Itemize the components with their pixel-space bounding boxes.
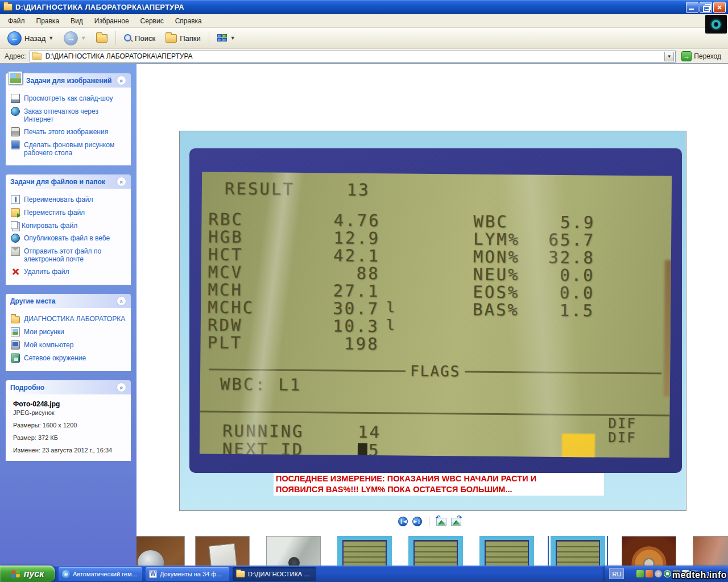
tray-disabled-icon[interactable]	[655, 570, 662, 577]
task-copy-file[interactable]: Копировать файл	[11, 219, 127, 232]
lcd-row-rdw: RDW10.3l	[208, 315, 402, 335]
annotation-box: ПОСЛЕДНЕЕ ИЗМЕРЕНИЕ: ПОКАЗАНИЯ WBC НАЧАЛ…	[274, 473, 604, 496]
up-button[interactable]: ↑	[92, 32, 111, 44]
forward-dropdown-icon: ▼	[81, 35, 86, 41]
collapse-chevron-icon[interactable]: «	[117, 76, 126, 85]
task-set-as-background[interactable]: Сделать фоновым рисунком рабочего стола	[11, 139, 127, 159]
address-value: D:\ДИАГНОСТИКА ЛАБОРАТОРКА\АПЕРТУРА	[46, 52, 193, 60]
toolbar-separator	[115, 31, 116, 45]
views-button[interactable]: ▼	[213, 32, 239, 44]
collapse-chevron-icon[interactable]: «	[117, 177, 126, 186]
taskbar-button-word[interactable]: W Документы на 34 ф...	[146, 567, 229, 581]
place-network[interactable]: Сетевое окружение	[11, 352, 127, 365]
menu-tools[interactable]: Сервис	[135, 15, 169, 27]
task-label: Переместить файл	[24, 209, 85, 217]
panel-picture-tasks-header[interactable]: Задачи для изображений «	[6, 73, 131, 88]
my-computer-icon	[11, 340, 20, 350]
back-dropdown-icon[interactable]: ▼	[48, 35, 53, 41]
previous-image-button[interactable]: ❙◀	[398, 517, 408, 526]
annotation-line-1: ПОСЛЕДНЕЕ ИЗМЕРЕНИЕ: ПОКАЗАНИЯ WBC НАЧАЛ…	[276, 473, 602, 484]
menu-favorites[interactable]: Избранное	[89, 15, 135, 27]
views-dropdown-icon[interactable]: ▼	[230, 35, 235, 41]
views-icon	[217, 34, 228, 43]
task-label: Автоматический гем...	[73, 571, 137, 577]
taskbar-button-browser[interactable]: e Автоматический гем...	[59, 567, 142, 581]
tray-antivirus-icon[interactable]	[664, 570, 671, 577]
language-indicator[interactable]: RU	[609, 568, 624, 579]
task-label: Печать этого изображения	[24, 128, 108, 136]
menu-view[interactable]: Вид	[65, 15, 89, 27]
collapse-chevron-icon[interactable]: «	[117, 383, 126, 392]
details-filetype: JPEG-рисунок	[13, 409, 125, 416]
search-button[interactable]: Поиск	[120, 32, 159, 44]
task-label: D:\ДИАГНОСТИКА Л...	[248, 571, 313, 577]
printer-icon	[11, 127, 20, 136]
search-icon	[124, 34, 132, 42]
slideshow-icon	[11, 94, 20, 103]
lcd-next-id-value: 5	[369, 440, 380, 458]
place-label: Сетевое окружение	[24, 354, 86, 362]
minimize-button[interactable]	[686, 2, 698, 13]
menu-edit[interactable]: Правка	[31, 15, 65, 27]
task-label: Просмотреть как слайд-шоу	[24, 94, 113, 102]
task-order-prints[interactable]: Заказ отпечатков через Интернет	[11, 105, 127, 126]
place-my-computer[interactable]: Мой компьютер	[11, 339, 127, 352]
panel-file-tasks-header[interactable]: Задачи для файлов и папок «	[6, 174, 131, 189]
task-publish-file[interactable]: Опубликовать файл в вебе	[11, 232, 127, 245]
task-view-slideshow[interactable]: Просмотреть как слайд-шоу	[11, 92, 127, 105]
task-label: Опубликовать файл в вебе	[24, 234, 110, 242]
lcd-row-mcv: MCV88	[208, 263, 403, 282]
close-button[interactable]: ×	[713, 2, 726, 13]
address-dropdown-button[interactable]: ▼	[664, 52, 674, 61]
task-label: Копировать файл	[22, 222, 77, 230]
lcd-row-plt: PLT198	[207, 332, 402, 352]
brand-ring-icon	[712, 20, 721, 29]
task-delete-file[interactable]: Удалить файл	[11, 265, 127, 278]
panel-picture-tasks: Задачи для изображений « Просмотреть как…	[6, 73, 131, 165]
task-label: Заказ отпечатков через Интернет	[24, 107, 127, 123]
panel-other-places-header[interactable]: Другие места «	[6, 294, 131, 308]
task-print-picture[interactable]: Печать этого изображения	[11, 126, 127, 139]
rotate-clockwise-button[interactable]: ↷	[451, 518, 461, 526]
tray-volume-icon[interactable]	[646, 570, 653, 577]
windows-flag-icon	[11, 569, 20, 578]
start-button[interactable]: пуск	[0, 566, 55, 582]
start-label: пуск	[24, 569, 44, 579]
task-rename-file[interactable]: Переименовать файл	[11, 193, 127, 206]
search-label: Поиск	[135, 34, 155, 43]
controls-separator	[429, 517, 429, 526]
address-input[interactable]: D:\ДИАГНОСТИКА ЛАБОРАТОРКА\АПЕРТУРА ▼	[30, 51, 676, 63]
next-image-button[interactable]: ▶❙	[412, 517, 422, 526]
go-button[interactable]: → Переход	[679, 51, 726, 61]
place-my-pictures[interactable]: Мои рисунки	[11, 326, 127, 339]
delete-x-icon	[11, 267, 20, 276]
taskbar-button-explorer-active[interactable]: D:\ДИАГНОСТИКА Л...	[233, 567, 316, 581]
main-area: Задачи для изображений « Просмотреть как…	[0, 64, 728, 566]
collapse-chevron-icon[interactable]: «	[117, 296, 126, 306]
lcd-cursor-block	[358, 443, 367, 457]
lcd-flags-label: FLAGS	[410, 363, 461, 380]
task-email-file[interactable]: Отправить этот файл по электронной почте	[11, 245, 127, 265]
place-parent-folder[interactable]: ДИАГНОСТИКА ЛАБОРАТОРКА	[11, 313, 127, 326]
lcd-left-column: RBC4.76 HGB12.9 HCT42.1 MCV88 MCH27.1 MC…	[207, 210, 403, 352]
folder-icon	[236, 571, 245, 577]
panel-details-header[interactable]: Подробно «	[6, 380, 131, 394]
address-label: Адрес:	[2, 52, 26, 60]
back-button[interactable]: ← Назад ▼	[3, 30, 57, 47]
forward-button[interactable]: → ▼	[60, 30, 90, 47]
panel-other-places: Другие места « ДИАГНОСТИКА ЛАБОРАТОРКА М…	[6, 294, 131, 371]
menu-help[interactable]: Справка	[169, 15, 208, 27]
filmstrip-controls: ❙◀ ▶❙ ↶ ↷	[398, 517, 461, 526]
lcd-row-mch: MCH27.1	[208, 280, 402, 300]
menu-file[interactable]: Файл	[2, 15, 31, 27]
menu-bar: Файл Правка Вид Избранное Сервис Справка	[0, 14, 728, 28]
folders-button[interactable]: Папки	[162, 32, 205, 44]
task-label: Удалить файл	[24, 268, 69, 276]
tray-update-icon[interactable]	[636, 570, 644, 577]
restore-button[interactable]	[700, 2, 712, 13]
details-modified: Изменен: 23 августа 2012 г., 16:34	[13, 447, 125, 454]
go-label: Переход	[694, 52, 721, 60]
rotate-counterclockwise-button[interactable]: ↶	[436, 518, 446, 526]
panel-title: Задачи для файлов и папок	[10, 178, 117, 186]
task-move-file[interactable]: Переместить файл	[11, 206, 127, 219]
